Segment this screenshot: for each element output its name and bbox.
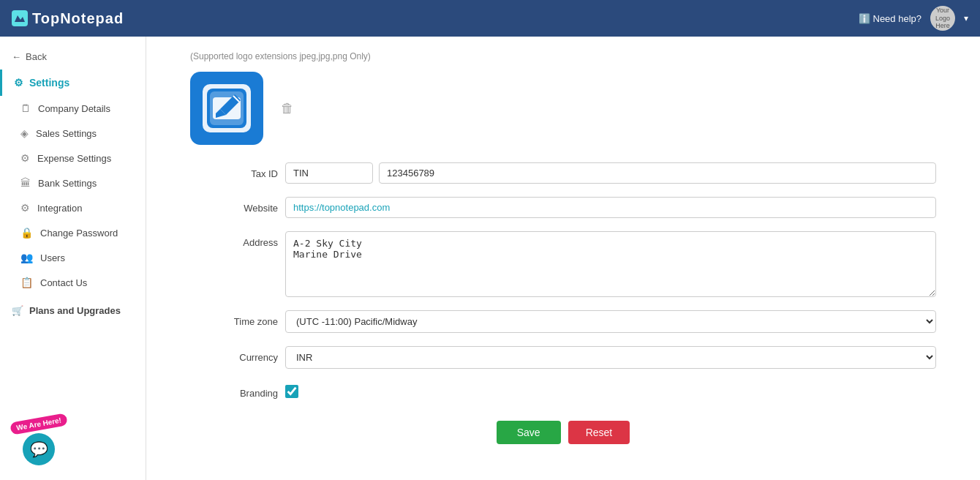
bank-settings-icon: 🏛 [20,177,31,189]
currency-fields: INR USD EUR GBP [285,346,936,369]
tax-id-label: Tax ID [190,162,278,179]
back-button[interactable]: ← Back [0,44,146,70]
chat-open-button[interactable]: 💬 [23,433,55,465]
branding-row: Branding [190,382,936,399]
user-avatar[interactable]: Your Logo Here [930,6,955,31]
tax-id-row: Tax ID [190,162,936,184]
integration-icon: ⚙ [20,202,30,214]
delete-logo-button[interactable]: 🗑 [281,101,294,116]
website-label: Website [190,197,278,214]
tax-id-fields [285,162,936,184]
sidebar-item-contact-us[interactable]: 📋 Contact Us [0,270,146,295]
layout: ← Back ⚙ Settings 🗒 Company Details ◈ Sa… [0,37,980,480]
timezone-fields: (UTC -11:00) Pacific/Midway (UTC -10:00)… [285,310,936,333]
need-help-button[interactable]: ℹ️ Need help? [859,13,922,24]
header: TopNotepad ℹ️ Need help? Your Logo Here … [0,0,980,37]
main-content: (Supported logo extensions jpeg,jpg,png … [146,37,980,480]
branding-label: Branding [190,382,278,399]
plans-section[interactable]: 🛒 Plans and Upgrades [0,298,146,323]
address-fields [285,231,936,297]
svg-rect-0 [12,10,28,26]
currency-select[interactable]: INR USD EUR GBP [285,346,936,369]
sales-settings-icon: ◈ [20,127,29,139]
timezone-select[interactable]: (UTC -11:00) Pacific/Midway (UTC -10:00)… [285,310,936,333]
sidebar-item-expense-settings[interactable]: ⚙ Expense Settings [0,146,146,170]
chat-icon: 💬 [30,440,48,458]
settings-icon: ⚙ [14,77,23,89]
expense-settings-icon: ⚙ [20,152,30,164]
change-password-icon: 🔒 [20,227,33,239]
address-row: Address [190,231,936,297]
reset-button[interactable]: Reset [568,421,630,444]
help-icon: ℹ️ [859,13,870,24]
sidebar-item-company-details[interactable]: 🗒 Company Details [0,96,146,121]
timezone-row: Time zone (UTC -11:00) Pacific/Midway (U… [190,310,936,333]
branding-checkbox[interactable] [285,385,298,398]
sidebar-item-integration[interactable]: ⚙ Integration [0,195,146,220]
sidebar-item-sales-settings[interactable]: ◈ Sales Settings [0,121,146,146]
currency-row: Currency INR USD EUR GBP [190,346,936,369]
users-icon: 👥 [20,252,33,263]
company-details-icon: 🗒 [20,102,31,114]
address-label: Address [190,231,278,248]
tax-value-input[interactable] [379,162,936,184]
website-fields [285,197,936,218]
address-textarea[interactable] [285,231,936,297]
contact-us-icon: 📋 [20,277,33,288]
form-actions: Save Reset [190,421,936,444]
tax-type-input[interactable] [285,162,373,184]
save-button[interactable]: Save [497,421,561,444]
avatar-dropdown-arrow[interactable]: ▾ [964,13,968,23]
plans-icon: 🛒 [12,305,23,316]
app-logo: TopNotepad [12,10,124,27]
website-row: Website [190,197,936,218]
timezone-label: Time zone [190,310,278,327]
branding-fields [285,382,936,398]
sidebar: ← Back ⚙ Settings 🗒 Company Details ◈ Sa… [0,37,146,480]
header-right: ℹ️ Need help? Your Logo Here ▾ [859,6,969,31]
sidebar-item-bank-settings[interactable]: 🏛 Bank Settings [0,170,146,195]
chat-widget: We Are Here! 💬 [10,418,67,465]
sidebar-item-users[interactable]: 👥 Users [0,245,146,270]
settings-section-header: ⚙ Settings [0,70,146,96]
logo-note: (Supported logo extensions jpeg,jpg,png … [190,51,936,61]
logo-area: 🗑 [190,72,936,145]
logo-preview [190,72,263,145]
sidebar-item-change-password[interactable]: 🔒 Change Password [0,220,146,245]
back-arrow-icon: ← [12,51,21,62]
currency-label: Currency [190,346,278,363]
website-input[interactable] [285,197,936,218]
